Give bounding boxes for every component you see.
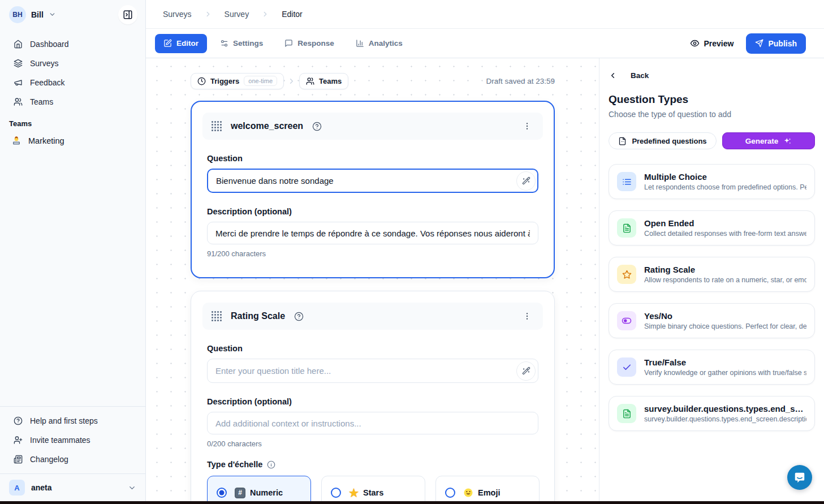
help-circle-icon[interactable] xyxy=(312,122,322,131)
sidebar-item-label: Changelog xyxy=(30,455,68,464)
list-icon xyxy=(617,172,636,191)
rating-scale-card[interactable]: Rating Scale Question Description (optio… xyxy=(191,291,555,504)
ai-rewrite-button[interactable] xyxy=(516,361,536,381)
question-type-description: Let respondents choose from predefined o… xyxy=(644,183,806,191)
welcome-screen-card[interactable]: welcome_screen Question Description (opt… xyxy=(191,101,555,278)
tab-label: Editor xyxy=(176,39,199,48)
sliders-icon xyxy=(220,39,228,48)
panel-subtitle: Choose the type of question to add xyxy=(609,110,815,119)
sidebar-footer: Help and first steps Invite teammates Ch… xyxy=(0,406,145,501)
preview-button[interactable]: Preview xyxy=(690,38,734,48)
tab-response[interactable]: Response xyxy=(276,34,343,53)
sidebar-item-label: Surveys xyxy=(30,59,59,68)
star-emoji: ★ xyxy=(349,488,359,498)
toggle-icon xyxy=(617,311,636,330)
sidebar-item-feedback[interactable]: Feedback xyxy=(0,73,145,92)
help-circle-icon[interactable] xyxy=(294,312,304,321)
file-icon xyxy=(618,137,627,145)
predefined-questions-button[interactable]: Predefined questions xyxy=(609,132,717,149)
question-input[interactable] xyxy=(207,359,538,383)
users-icon xyxy=(14,97,23,106)
breadcrumb-editor[interactable]: Editor xyxy=(282,10,303,19)
question-type-title: True/False xyxy=(644,357,806,367)
workspace-switcher[interactable]: BH Bill xyxy=(9,6,56,23)
predefined-questions-label: Predefined questions xyxy=(632,137,706,145)
info-icon[interactable] xyxy=(267,460,275,469)
char-count: 0/200 characters xyxy=(207,440,538,448)
drag-handle-icon[interactable] xyxy=(212,121,222,131)
message-square-icon xyxy=(284,39,293,48)
triggers-chip[interactable]: Triggers one-time xyxy=(191,73,284,89)
scale-option-emoji[interactable]: Emoji xyxy=(435,476,540,504)
tab-settings[interactable]: Settings xyxy=(212,34,271,53)
editor-tabbar: Editor Settings Response Analytics Previ… xyxy=(146,29,824,58)
sidebar-item-marketing[interactable]: Marketing xyxy=(0,131,145,150)
panel-title: Question Types xyxy=(609,93,815,106)
chevron-left-icon xyxy=(609,71,617,80)
breadcrumb-survey[interactable]: Survey xyxy=(225,10,249,19)
sidebar-item-changelog[interactable]: Changelog xyxy=(0,450,145,469)
description-input[interactable] xyxy=(207,412,538,434)
account-avatar: A xyxy=(9,480,25,496)
chevron-down-icon xyxy=(49,11,56,18)
sidebar-item-help[interactable]: Help and first steps xyxy=(0,411,145,430)
rating-card-header: Rating Scale xyxy=(202,303,543,330)
scale-option-label: Stars xyxy=(363,488,383,497)
sidebar-item-teams[interactable]: Teams xyxy=(0,92,145,111)
workspace-row: BH Bill xyxy=(0,0,145,29)
scale-option-stars[interactable]: ★ Stars xyxy=(321,476,425,504)
ai-rewrite-button[interactable] xyxy=(516,171,536,191)
sparkles-icon xyxy=(783,137,792,145)
pencil-square-icon xyxy=(163,39,172,48)
person-technologist-emoji xyxy=(11,136,21,146)
question-type-true-false[interactable]: True/False Verify knowledge or gather op… xyxy=(609,350,815,385)
collapse-sidebar-button[interactable] xyxy=(118,5,137,24)
chat-bubble-icon xyxy=(793,471,806,484)
question-type-rating-scale[interactable]: Rating Scale Allow respondents to rate o… xyxy=(609,257,815,292)
publish-button[interactable]: Publish xyxy=(746,33,806,54)
chevron-right-icon xyxy=(204,10,212,18)
draft-status: Draft saved at 23:59 xyxy=(486,77,555,85)
sidebar-item-label: Teams xyxy=(30,97,53,106)
back-button[interactable]: Back xyxy=(609,71,815,80)
description-label: Description (optional) xyxy=(207,397,538,406)
hash-keycap-icon: # xyxy=(235,488,245,498)
users-icon xyxy=(306,77,314,85)
question-type-yes-no[interactable]: Yes/No Simple binary choice questions. P… xyxy=(609,303,815,338)
survey-canvas: Triggers one-time Teams Draft saved at 2… xyxy=(146,58,599,504)
scale-option-numeric[interactable]: # Numeric xyxy=(207,476,311,504)
breadcrumb-surveys[interactable]: Surveys xyxy=(163,10,192,19)
card-menu-button[interactable] xyxy=(520,309,534,323)
screen-bottom-edge xyxy=(0,501,824,504)
description-input[interactable] xyxy=(207,222,538,244)
breadcrumb: Surveys Survey Editor xyxy=(146,0,824,29)
sidebar-item-dashboard[interactable]: Dashboard xyxy=(0,35,145,54)
magic-wand-icon xyxy=(522,176,530,185)
workspace-name: Bill xyxy=(31,10,44,19)
question-type-end-screen[interactable]: survey.builder.questions.types.end_scr..… xyxy=(609,396,815,431)
bar-chart-icon xyxy=(356,39,364,48)
question-type-description: Verify knowledge or gather opinions with… xyxy=(644,369,806,377)
account-switcher[interactable]: A aneta xyxy=(0,474,145,501)
card-title: Rating Scale xyxy=(231,311,285,321)
tab-analytics[interactable]: Analytics xyxy=(347,34,411,53)
question-input[interactable] xyxy=(207,169,538,193)
document-icon xyxy=(617,404,636,423)
question-type-open-ended[interactable]: Open Ended Collect detailed responses wi… xyxy=(609,210,815,245)
teams-chip[interactable]: Teams xyxy=(299,73,348,89)
card-menu-button[interactable] xyxy=(520,119,534,133)
sidebar-item-invite[interactable]: Invite teammates xyxy=(0,430,145,450)
radio-selected-icon xyxy=(217,488,227,498)
question-type-multiple-choice[interactable]: Multiple Choice Let respondents choose f… xyxy=(609,164,815,199)
support-chat-button[interactable] xyxy=(787,465,812,490)
drag-handle-icon[interactable] xyxy=(212,311,222,321)
sidebar-item-surveys[interactable]: Surveys xyxy=(0,54,145,73)
magic-wand-icon xyxy=(522,367,530,375)
layers-icon xyxy=(14,59,23,68)
tab-editor[interactable]: Editor xyxy=(155,34,207,53)
question-type-description: survey.builder.questions.types.end_scree… xyxy=(644,415,806,423)
generate-button[interactable]: Generate xyxy=(722,132,815,149)
publish-label: Publish xyxy=(768,39,797,48)
sidebar-item-label: Dashboard xyxy=(30,40,69,49)
question-type-description: Simple binary choice questions. Perfect … xyxy=(644,322,806,330)
